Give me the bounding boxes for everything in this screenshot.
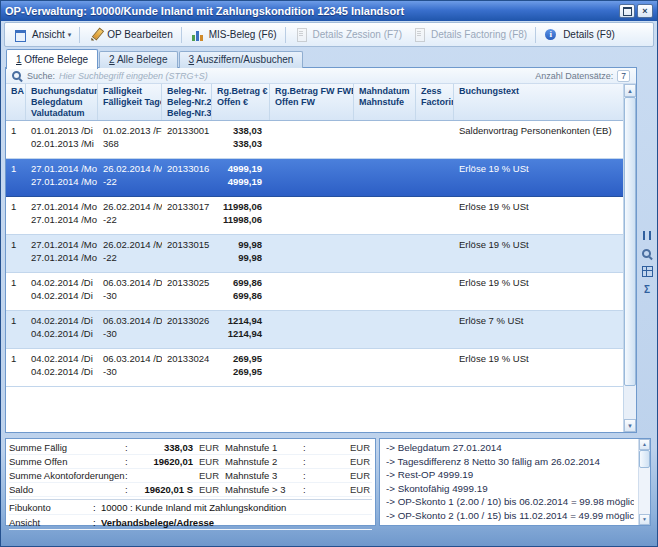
maximize-icon	[623, 7, 632, 16]
cell-buchungsdatum: 04.02.2014 /Di04.02.2014 /Di	[26, 349, 98, 386]
toolbar-button-label: Details Factoring (F8)	[431, 29, 527, 40]
table-row[interactable]: 104.02.2014 /Di04.02.2014 /Di06.03.2014 …	[6, 273, 623, 311]
mahnstufe-unit: EUR	[344, 442, 372, 453]
info-scrollbar-thumb[interactable]	[639, 450, 650, 468]
info-scroll-up-button[interactable]: ▲	[639, 439, 650, 450]
cell-mahnung	[354, 197, 416, 234]
cell-line: -30	[103, 327, 162, 340]
cell-line: 06.03.2014 /Do	[103, 352, 162, 365]
cell-betrag: 11998,0611998,06	[212, 197, 270, 234]
table-row[interactable]: 127.01.2014 /Mo27.01.2014 /Mo26.02.2014 …	[6, 235, 623, 273]
scroll-down-button[interactable]: ▼	[624, 419, 636, 432]
info-scrollbar[interactable]: ▲ ▼	[638, 439, 650, 525]
toolbar-button-label: Ansicht	[32, 29, 65, 40]
scrollbar-thumb[interactable]	[624, 97, 636, 386]
cell-zession	[416, 197, 454, 234]
tab-2-alle-belege[interactable]: 2 Alle Belege	[99, 51, 177, 68]
column-header-ba[interactable]: BA	[6, 84, 26, 120]
window-title: OP-Verwaltung: 10000/Kunde Inland mit Za…	[5, 5, 404, 17]
table-row[interactable]: 104.02.2014 /Di04.02.2014 /Di06.03.2014 …	[6, 349, 623, 387]
scroll-up-button[interactable]: ▲	[624, 84, 636, 97]
table-row[interactable]: 104.02.2014 /Di04.02.2014 /Di06.03.2014 …	[6, 311, 623, 349]
message-line: -> Belegdatum 27.01.2014	[386, 441, 634, 455]
header-line: Offen FW	[275, 97, 353, 108]
titlebar[interactable]: OP-Verwaltung: 10000/Kunde Inland mit Za…	[1, 1, 657, 21]
summary-unit: EUR	[195, 470, 225, 481]
column-header-faelligkeit[interactable]: FälligkeitFälligkeit Tage	[98, 84, 162, 120]
mahnstufe-label: Mahnstufe > 3	[225, 484, 303, 495]
column-header-zession[interactable]: ZessFactoring	[416, 84, 454, 120]
colon: :	[303, 484, 311, 495]
account-row-ansicht: Ansicht:Verbandsbelege/Adresse	[9, 515, 372, 530]
column-header-mahnung[interactable]: MahndatumMahnstufe	[354, 84, 416, 120]
colon: :	[93, 517, 101, 528]
cell-faelligkeit: 26.02.2014 /Mi-22	[98, 197, 162, 234]
zoom-icon[interactable]	[640, 247, 654, 259]
grid-glyph	[642, 266, 653, 277]
table-row[interactable]: 127.01.2014 /Mo27.01.2014 /Mo26.02.2014 …	[6, 197, 623, 235]
mahnstufe-unit: EUR	[344, 484, 372, 495]
info-scroll-down-button[interactable]: ▼	[639, 514, 650, 525]
cell-line: 11998,06	[212, 200, 262, 213]
message-line: -> Tagesdifferenz 8 Netto 30 fällig am 2…	[386, 455, 634, 469]
search-input[interactable]: Hier Suchbegriff eingeben (STRG+S)	[59, 71, 208, 81]
colon: :	[125, 484, 133, 495]
toolbar-button-op-bearbeiten[interactable]: OP Bearbeiten	[83, 25, 177, 45]
cell-beleg-nr: 20133015	[162, 235, 212, 272]
column-header-buchungstext[interactable]: Buchungstext	[454, 84, 623, 120]
summary-panel: Summe Fällig:338,03EURMahnstufe 1:EURSum…	[5, 438, 376, 526]
header-line: Beleg-Nr.3	[167, 108, 211, 119]
vertical-scrollbar[interactable]: ▲ ▼	[623, 84, 636, 432]
cell-betrag: 1214,941214,94	[212, 311, 270, 348]
cell-betrag-fw	[270, 273, 354, 310]
toolbar-button-details-factoring-f8: Details Factoring (F8)	[407, 25, 532, 45]
tab-1-offene-belege[interactable]: 1 Offene Belege	[6, 49, 98, 69]
column-header-betrag[interactable]: Rg.Betrag €Offen €	[212, 84, 270, 120]
summary-label: Saldo	[9, 484, 125, 495]
account-value: 10000 : Kunde Inland mit Zahlungskonditi…	[101, 502, 372, 513]
cell-ba: 1	[6, 159, 26, 196]
cell-line: 20133015	[167, 238, 212, 251]
cell-betrag: 338,03338,03	[212, 121, 270, 158]
summary-unit: EUR	[195, 484, 225, 495]
cell-line: -30	[103, 289, 162, 302]
toolbar-button-details-f9[interactable]: Details (F9)	[539, 25, 620, 45]
column-header-buchungsdatum[interactable]: Buchungsdatum▲BelegdatumValutadatum	[26, 84, 98, 120]
mahnstufe-label: Mahnstufe 3	[225, 470, 303, 481]
table-row[interactable]: 127.01.2014 /Mo27.01.2014 /Mo26.02.2014 …	[6, 159, 623, 197]
table-row[interactable]: 101.01.2013 /Di02.01.2013 /Mi01.02.2013 …	[6, 121, 623, 159]
column-header-beleg-nr[interactable]: Beleg-Nr.Beleg-Nr.2Beleg-Nr.3	[162, 84, 212, 120]
cell-beleg-nr: 20133025	[162, 273, 212, 310]
cell-faelligkeit: 01.02.2013 /Fr368	[98, 121, 162, 158]
header-line: Belegdatum	[31, 97, 97, 108]
cell-line: 02.01.2013 /Mi	[31, 137, 98, 150]
cell-line: 368	[103, 137, 162, 150]
cell-line: Erlöse 19 % USt	[459, 200, 623, 213]
cell-zession	[416, 349, 454, 386]
cell-line: Erlöse 19 % USt	[459, 276, 623, 289]
column-header-betrag-fw[interactable]: Rg.Betrag FW FWEOffen FW	[270, 84, 354, 120]
toolbar-button-ansicht[interactable]: Ansicht▾	[8, 25, 76, 45]
grid-settings-icon[interactable]	[640, 265, 654, 277]
toolbar-button-label: OP Bearbeiten	[107, 29, 172, 40]
tab-3-ausziffern-ausbuchen[interactable]: 3 Ausziffern/Ausbuchen	[179, 51, 304, 68]
cell-betrag: 269,95269,95	[212, 349, 270, 386]
doc-icon	[412, 28, 427, 42]
cell-line: Saldenvortrag Personenkonten (EB)	[459, 124, 623, 137]
cell-zession	[416, 121, 454, 158]
message-line: -> Rest-OP 4999.19	[386, 468, 634, 482]
toolbar-button-mis-beleg-f6[interactable]: MIS-Beleg (F6)	[185, 25, 282, 45]
account-label: Fibukonto	[9, 502, 93, 513]
cell-betrag-fw	[270, 159, 354, 196]
maximize-button[interactable]	[619, 4, 635, 18]
close-button[interactable]: ×	[637, 4, 653, 18]
mahnstufe-unit: EUR	[344, 470, 372, 481]
sum-icon[interactable]: Σ	[640, 283, 654, 295]
toolbar-separator	[285, 27, 286, 43]
colon: :	[125, 470, 133, 481]
pin-panel-icon[interactable]	[640, 229, 654, 241]
mahnstufe-label: Mahnstufe 2	[225, 456, 303, 467]
summary-value: 19620,01 S	[133, 484, 195, 495]
record-count-badge: 7	[617, 70, 630, 82]
cell-ba: 1	[6, 311, 26, 348]
